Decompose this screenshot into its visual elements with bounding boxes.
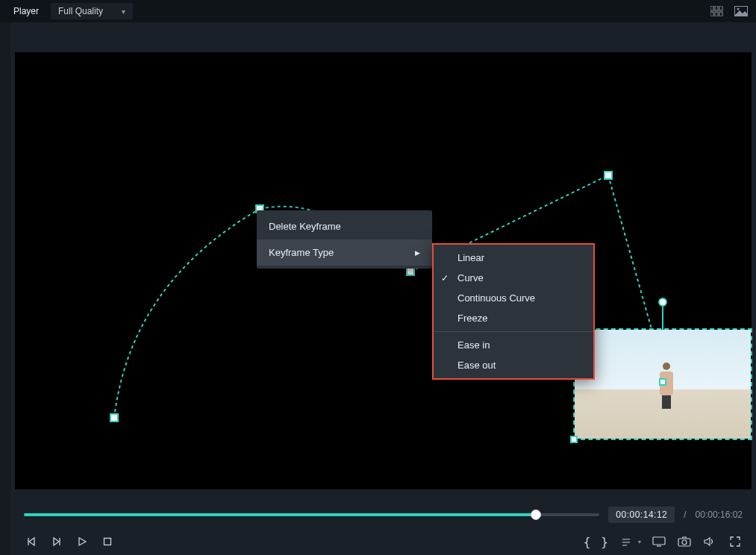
preview-area: Delete Keyframe Keyframe Type ▶ Linear ✓… <box>10 22 756 497</box>
step-forward-button[interactable] <box>49 534 64 549</box>
svg-point-7 <box>737 8 740 10</box>
svg-rect-15 <box>622 545 627 546</box>
quality-dropdown[interactable]: Full Quality ▾ <box>51 3 133 19</box>
menu-keyframe-type[interactable]: Keyframe Type ▶ <box>257 239 432 266</box>
current-time[interactable]: 00:00:14:12 <box>608 507 675 523</box>
svg-rect-3 <box>710 12 713 16</box>
step-back-button[interactable] <box>24 534 39 549</box>
marker-options-button[interactable] <box>619 534 634 549</box>
svg-rect-0 <box>710 6 713 10</box>
menu-delete-keyframe[interactable]: Delete Keyframe <box>257 213 432 239</box>
total-time: 00:00:16:02 <box>696 509 743 520</box>
scrub-track[interactable] <box>24 513 599 516</box>
svg-rect-1 <box>715 6 718 10</box>
svg-rect-13 <box>622 539 630 540</box>
svg-rect-4 <box>715 12 718 16</box>
svg-rect-5 <box>719 12 722 16</box>
chevron-down-icon: ▾ <box>122 7 125 16</box>
play-button[interactable] <box>75 534 90 549</box>
grid-layout-icon[interactable] <box>710 4 725 19</box>
clip-anchor-icon[interactable] <box>657 297 668 330</box>
menu-item-label: Delete Keyframe <box>269 221 341 232</box>
resize-handle[interactable] <box>570 436 578 443</box>
menu-separator <box>434 331 593 332</box>
svg-rect-2 <box>719 6 722 10</box>
fullscreen-button[interactable] <box>728 534 743 549</box>
type-continuous-curve[interactable]: Continuous Curve <box>434 288 593 308</box>
volume-button[interactable] <box>702 534 717 549</box>
type-freeze[interactable]: Freeze <box>434 308 593 328</box>
scrub-fill <box>24 513 536 516</box>
clip-center-keyframe[interactable] <box>659 378 666 386</box>
mark-out-button[interactable]: } <box>601 535 608 549</box>
keyframe-node[interactable] <box>407 268 414 275</box>
picture-icon[interactable] <box>734 4 749 19</box>
player-topbar: Player Full Quality ▾ <box>0 0 756 22</box>
check-icon: ✓ <box>441 273 449 283</box>
chevron-down-icon: ▾ <box>638 539 641 545</box>
snapshot-button[interactable] <box>677 534 692 549</box>
display-device-button[interactable] <box>652 534 666 549</box>
motion-path-segment <box>114 209 260 418</box>
svg-rect-12 <box>104 539 111 545</box>
svg-point-9 <box>659 298 666 306</box>
left-rail <box>0 22 10 555</box>
type-ease-out[interactable]: Ease out <box>434 355 593 375</box>
mark-in-button[interactable]: { <box>584 535 591 549</box>
svg-rect-16 <box>653 537 665 545</box>
menu-item-label: Ease in <box>457 339 490 351</box>
menu-item-label: Continuous Curve <box>457 292 535 304</box>
keyframe-node[interactable] <box>605 172 612 179</box>
svg-point-19 <box>682 540 687 545</box>
player-label: Player <box>7 6 45 16</box>
menu-item-label: Linear <box>457 252 484 263</box>
menu-item-label: Curve <box>457 272 484 283</box>
type-linear[interactable]: Linear <box>434 248 593 268</box>
clip-bounding-box[interactable] <box>573 328 752 440</box>
submenu-arrow-icon: ▶ <box>415 249 420 257</box>
transport-bar: 00:00:14:12 / 00:00:16:02 { } ▾ <box>10 497 756 555</box>
preview-canvas[interactable]: Delete Keyframe Keyframe Type ▶ Linear ✓… <box>15 52 752 489</box>
scrub-playhead[interactable] <box>531 509 541 520</box>
quality-value: Full Quality <box>58 6 103 16</box>
type-ease-in[interactable]: Ease in <box>434 335 593 355</box>
menu-item-label: Keyframe Type <box>269 247 334 258</box>
keyframe-type-submenu: Linear ✓ Curve Continuous Curve Freeze E… <box>432 243 595 380</box>
time-separator: / <box>684 509 686 520</box>
keyframe-context-menu: Delete Keyframe Keyframe Type ▶ <box>257 210 432 269</box>
type-curve[interactable]: ✓ Curve <box>434 268 593 288</box>
menu-item-label: Freeze <box>457 313 487 324</box>
stop-button[interactable] <box>100 534 115 549</box>
svg-rect-14 <box>622 542 630 543</box>
keyframe-node[interactable] <box>110 414 118 421</box>
menu-item-label: Ease out <box>457 360 496 371</box>
